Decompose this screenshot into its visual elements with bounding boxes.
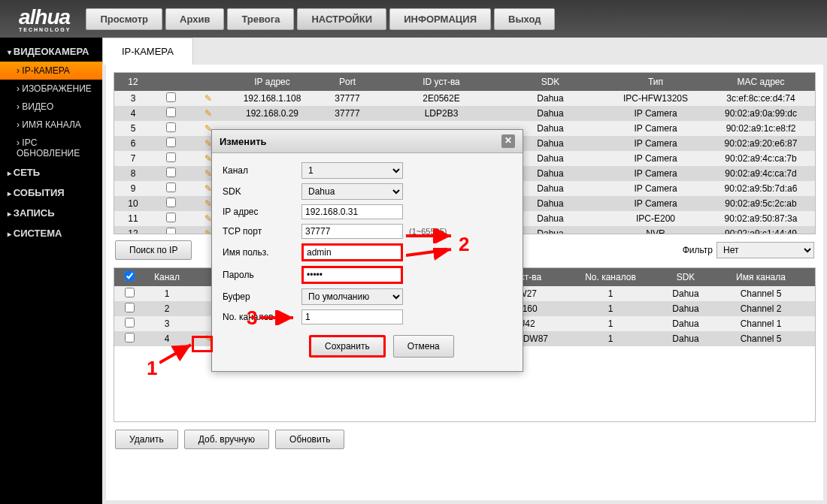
search-ip-button[interactable]: Поиск по IP xyxy=(115,240,192,260)
topnav-4[interactable]: ИНФОРМАЦИЯ xyxy=(389,8,491,30)
top-bar: alhuaTECHNOLOGY ПросмотрАрхивТревогаНАСТ… xyxy=(0,0,827,38)
bottom-button[interactable]: Удалить xyxy=(115,430,178,449)
col-header: ID уст-ва xyxy=(377,74,505,90)
col-header: Канал xyxy=(144,269,189,285)
port-hint: (1~65535) xyxy=(409,227,447,236)
col-header: IP адрес xyxy=(227,74,317,90)
dialog-titlebar: Изменить ✕ xyxy=(212,130,523,153)
col-header xyxy=(798,274,815,280)
bottom-button[interactable]: Обновить xyxy=(275,430,344,449)
side-sub[interactable]: IPC ОБНОВЛЕНИЕ xyxy=(0,134,102,162)
col-header xyxy=(189,79,227,85)
col-header: 12 xyxy=(114,74,152,90)
dialog-body: Канал1 SDKDahua IP адрес TCP порт(1~6553… xyxy=(212,153,523,371)
table-row[interactable]: 4✎192.168.0.2937777LDP2B3DahuaIP Camera9… xyxy=(114,106,815,121)
side-sub[interactable]: ВИДЕО xyxy=(0,98,102,116)
side-sub[interactable]: IP-КАМЕРА xyxy=(0,62,102,80)
pencil-icon[interactable]: ✎ xyxy=(204,108,212,119)
filter-label: Фильтр xyxy=(683,245,713,255)
col-header: SDK xyxy=(648,269,723,285)
topnav-3[interactable]: НАСТРОЙКИ xyxy=(297,8,386,30)
bottom-buttons: УдалитьДоб. вручнуюОбновить xyxy=(114,422,816,457)
ip-label: IP адрес xyxy=(223,207,301,217)
cancel-button[interactable]: Отмена xyxy=(393,335,454,358)
row-checkbox[interactable] xyxy=(125,318,135,327)
close-icon[interactable]: ✕ xyxy=(501,134,515,148)
row-checkbox[interactable] xyxy=(125,303,135,312)
row-checkbox[interactable] xyxy=(125,333,135,343)
topnav-0[interactable]: Просмотр xyxy=(86,8,162,30)
side-section[interactable]: СИСТЕМА xyxy=(0,223,102,243)
col-header xyxy=(152,79,189,85)
col-header xyxy=(114,268,144,286)
side-section[interactable]: ЗАПИСЬ xyxy=(0,203,102,223)
port-label: TCP порт xyxy=(223,226,301,237)
row-checkbox[interactable] xyxy=(166,137,176,147)
row-checkbox[interactable] xyxy=(166,107,176,117)
sdk-select[interactable]: Dahua xyxy=(301,183,403,200)
row-checkbox[interactable] xyxy=(125,288,135,297)
password-input[interactable] xyxy=(301,266,403,284)
side-sub[interactable]: ИЗОБРАЖЕНИЕ xyxy=(0,80,102,98)
noc-label: No. каналов xyxy=(223,312,301,322)
page-tabs: IP-КАМЕРА xyxy=(102,38,827,65)
ip-input[interactable] xyxy=(301,204,403,219)
noc-input[interactable] xyxy=(301,309,403,324)
col-header: No. каналов xyxy=(573,269,648,285)
side-section[interactable]: ВИДЕОКАМЕРА xyxy=(0,41,102,62)
row-checkbox[interactable] xyxy=(166,122,176,132)
bottom-button[interactable]: Доб. вручную xyxy=(184,430,269,449)
col-header: Имя канала xyxy=(723,269,798,285)
row-checkbox[interactable] xyxy=(166,167,176,177)
sdk-label: SDK xyxy=(223,186,301,197)
col-header: SDK xyxy=(505,74,595,90)
buffer-select[interactable]: По умолчанию xyxy=(301,288,403,305)
side-section[interactable]: СОБЫТИЯ xyxy=(0,183,102,203)
select-all-checkbox[interactable] xyxy=(125,271,135,281)
topnav-1[interactable]: Архив xyxy=(165,8,224,30)
row-checkbox[interactable] xyxy=(166,228,176,234)
col-header xyxy=(806,79,815,85)
row-checkbox[interactable] xyxy=(166,213,176,222)
pencil-icon[interactable]: ✎ xyxy=(204,93,212,104)
save-button[interactable]: Сохранить xyxy=(309,335,386,358)
tab-ip-camera[interactable]: IP-КАМЕРА xyxy=(102,38,193,65)
edit-dialog: Изменить ✕ Канал1 SDKDahua IP адрес TCP … xyxy=(211,129,523,372)
annotation-box-1 xyxy=(192,336,213,352)
row-checkbox[interactable] xyxy=(166,92,176,102)
username-input[interactable] xyxy=(301,243,403,261)
logo: alhuaTECHNOLOGY xyxy=(4,5,86,32)
row-checkbox[interactable] xyxy=(166,183,176,192)
col-header: Тип xyxy=(595,74,716,90)
table-row[interactable]: 3✎192.168.1.108377772E0562EDahuaIPC-HFW1… xyxy=(114,91,815,106)
side-section[interactable]: СЕТЬ xyxy=(0,162,102,183)
pass-label: Пароль xyxy=(223,270,301,280)
top-nav: ПросмотрАрхивТревогаНАСТРОЙКИИНФОРМАЦИЯВ… xyxy=(86,8,555,30)
port-input[interactable] xyxy=(301,224,403,239)
col-header: MAC адрес xyxy=(716,74,806,90)
device-grid-header: 12IP адресPortID уст-ваSDKТипMAC адрес xyxy=(114,73,815,91)
filter-row: Фильтр Нет xyxy=(683,242,814,258)
dialog-title-text: Изменить xyxy=(220,136,267,147)
topnav-2[interactable]: Тревога xyxy=(227,8,294,30)
channel-select[interactable]: 1 xyxy=(301,162,403,179)
channel-label: Канал xyxy=(223,165,301,176)
sidebar: ВИДЕОКАМЕРАIP-КАМЕРАИЗОБРАЖЕНИЕВИДЕОИМЯ … xyxy=(0,38,102,504)
topnav-5[interactable]: Выход xyxy=(494,8,555,30)
user-label: Имя польз. xyxy=(223,247,301,258)
col-header: Port xyxy=(317,74,377,90)
side-sub[interactable]: ИМЯ КАНАЛА xyxy=(0,116,102,134)
filter-select[interactable]: Нет xyxy=(716,242,814,258)
row-checkbox[interactable] xyxy=(166,152,176,162)
row-checkbox[interactable] xyxy=(166,198,176,207)
buffer-label: Буфер xyxy=(223,291,301,302)
